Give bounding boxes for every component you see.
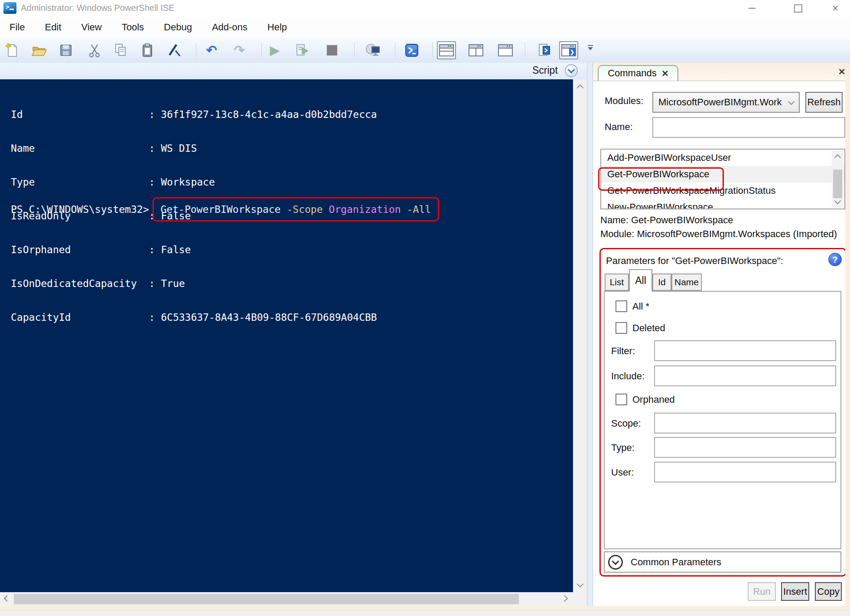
scroll-down-button[interactable] — [832, 196, 843, 207]
menu-view[interactable]: View — [74, 20, 108, 35]
show-script-pane-top-button[interactable] — [437, 41, 456, 59]
scroll-up-button[interactable] — [573, 81, 587, 92]
tab-id[interactable]: Id — [652, 274, 671, 291]
redo-button[interactable]: ↷ — [230, 41, 249, 59]
help-button[interactable]: ? — [828, 253, 842, 266]
scroll-right-button[interactable] — [559, 592, 571, 606]
modules-dropdown[interactable]: MicrosoftPowerBIMgmt.Work — [652, 92, 800, 113]
command-list-item-selected[interactable]: Get-PowerBIWorkspace — [601, 166, 844, 183]
commands-tab-close-icon[interactable]: × — [662, 68, 668, 78]
menu-addons[interactable]: Add-ons — [205, 20, 254, 35]
save-button[interactable] — [56, 41, 75, 59]
type-input[interactable] — [654, 437, 836, 458]
paste-button[interactable] — [138, 41, 157, 59]
tab-all[interactable]: All — [629, 269, 652, 292]
tab-commands[interactable]: Commands × — [598, 65, 678, 81]
undo-icon: ↶ — [206, 44, 217, 57]
vertical-scroll-thumb[interactable] — [833, 169, 842, 198]
show-command-addon-button[interactable]: ❯ — [559, 41, 578, 59]
copy-icon — [113, 42, 128, 58]
scroll-left-button[interactable] — [0, 592, 12, 606]
run-selection-button[interactable] — [293, 41, 312, 59]
maximize-button[interactable] — [785, 0, 811, 16]
powershell-console-icon — [404, 42, 420, 58]
deleted-checkbox[interactable] — [616, 322, 627, 334]
name-filter-input[interactable] — [652, 117, 845, 138]
cut-button[interactable] — [85, 41, 104, 59]
commands-tab-label: Commands — [608, 68, 656, 79]
stop-icon — [327, 45, 337, 55]
console-vertical-scrollbar[interactable] — [573, 79, 587, 592]
script-pane-top-icon — [439, 44, 454, 56]
user-label: User: — [611, 467, 634, 478]
show-script-pane-right-button[interactable] — [466, 41, 485, 59]
menu-file[interactable]: File — [3, 20, 32, 35]
tab-list[interactable]: List — [605, 274, 629, 291]
console-output-line: IsOrphanedFalse — [11, 244, 377, 255]
script-selector-expand-button[interactable] — [565, 64, 578, 77]
all-checkbox[interactable] — [616, 300, 627, 312]
filter-input[interactable] — [654, 340, 836, 361]
command-list-scrollbar[interactable] — [832, 150, 843, 208]
show-script-pane-maximized-button[interactable] — [496, 41, 515, 59]
commands-addon-panel: Commands × × Modules: MicrosoftPowerBIMg… — [593, 63, 850, 606]
run-script-icon: ▶ — [270, 44, 280, 57]
command-argument-organization: Organization — [329, 204, 401, 215]
copy-button-panel[interactable]: Copy — [815, 582, 842, 601]
menu-help[interactable]: Help — [261, 20, 294, 35]
selected-command-name-info: Name: Get-PowerBIWorkspace — [600, 215, 733, 226]
chevron-down-icon — [568, 66, 575, 74]
tab-name[interactable]: Name — [671, 274, 702, 291]
insert-button[interactable]: Insert — [781, 582, 809, 601]
menu-debug[interactable]: Debug — [157, 20, 199, 35]
refresh-button[interactable]: Refresh — [805, 92, 843, 113]
cut-icon — [87, 42, 102, 58]
clear-console-button[interactable] — [165, 41, 184, 59]
user-input[interactable] — [654, 462, 836, 482]
console-pane[interactable]: Id36f1f927-13c8-4c1c-a4aa-d0b2bdd7ecca N… — [0, 79, 573, 592]
copy-button[interactable] — [111, 41, 130, 59]
menu-bar: File Edit View Tools Debug Add-ons Help — [0, 17, 850, 37]
run-script-button[interactable]: ▶ — [265, 41, 284, 59]
stop-operation-button[interactable] — [322, 41, 342, 59]
close-button[interactable]: × — [823, 0, 848, 16]
new-remote-powershell-tab-button[interactable] — [364, 41, 383, 59]
open-script-button[interactable] — [29, 41, 49, 59]
include-input[interactable] — [654, 365, 836, 386]
pane-splitter[interactable] — [587, 63, 593, 606]
console-prompt: PS C:\WINDOWS\system32> — [11, 204, 149, 215]
scroll-up-button[interactable] — [832, 151, 843, 162]
start-powershell-button[interactable] — [402, 41, 421, 59]
menu-edit[interactable]: Edit — [38, 20, 68, 35]
command-list-item[interactable]: New-PowerBIWorkspace — [601, 199, 844, 209]
common-parameters-expander[interactable]: Common Parameters — [604, 551, 841, 573]
close-icon: × — [838, 67, 845, 76]
chevron-down-icon — [834, 197, 841, 204]
show-command-window-button[interactable] — [534, 41, 553, 59]
modules-dropdown-value: MicrosoftPowerBIMgmt.Work — [658, 97, 785, 108]
orphaned-checkbox[interactable] — [616, 394, 627, 405]
command-list-item[interactable]: Get-PowerBIWorkspaceMigrationStatus — [601, 183, 844, 199]
minimize-button[interactable] — [739, 0, 765, 16]
status-bar — [0, 610, 850, 616]
scope-input[interactable] — [654, 413, 836, 433]
menu-tools[interactable]: Tools — [115, 20, 151, 35]
command-list-item[interactable]: Add-PowerBIWorkspaceUser — [601, 150, 844, 166]
command-parameter-scope: -Scope — [287, 204, 322, 215]
chevron-right-icon — [561, 595, 568, 602]
clear-console-icon — [166, 42, 182, 58]
toolbar-separator — [261, 42, 262, 57]
new-script-button[interactable] — [3, 41, 22, 59]
powershell-ise-window: > Administrator: Windows PowerShell ISE … — [0, 0, 850, 616]
scroll-down-button[interactable] — [573, 579, 587, 590]
run-button[interactable]: Run — [748, 582, 776, 601]
undo-button[interactable]: ↶ — [202, 41, 221, 59]
panel-right-margin — [845, 63, 850, 606]
command-list[interactable]: Add-PowerBIWorkspaceUser Get-PowerBIWork… — [600, 149, 845, 209]
horizontal-scroll-thumb[interactable] — [14, 594, 519, 604]
close-icon: × — [832, 2, 838, 14]
console-horizontal-scrollbar[interactable] — [0, 592, 587, 606]
toolbar-overflow-button[interactable] — [586, 45, 595, 50]
chevron-up-icon — [834, 154, 841, 161]
expand-circle[interactable] — [608, 555, 623, 570]
